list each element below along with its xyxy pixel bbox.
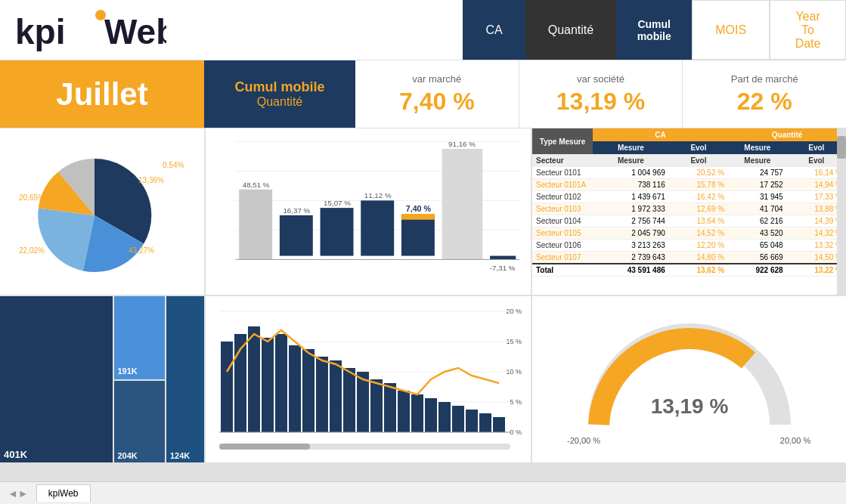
- treemap-cell-401k: 401K: [0, 296, 113, 462]
- row-ca-mesure: 2 739 643: [593, 252, 669, 264]
- scrollbar[interactable]: [837, 128, 846, 295]
- col-mesure2: Mesure: [728, 141, 786, 154]
- row-ca-evol: 12,69 %: [669, 203, 728, 215]
- total-qty-mesure: 922 628: [728, 264, 786, 277]
- footer-next-icon[interactable]: ►: [18, 487, 29, 499]
- svg-rect-17: [401, 214, 435, 220]
- ca-header: CA: [593, 128, 728, 141]
- svg-rect-10: [280, 215, 313, 256]
- svg-rect-51: [452, 406, 464, 432]
- cumul-sub: Quantité: [257, 95, 302, 109]
- svg-text:48,51 %: 48,51 %: [243, 181, 270, 189]
- summary-row: Juillet Cumul mobile Quantité var marché…: [0, 60, 846, 128]
- table-row: Secteur 0105 2 045 790 14,52 % 43 520 14…: [532, 227, 846, 240]
- treemap-label-191k: 191K: [118, 366, 138, 376]
- svg-rect-57: [219, 444, 310, 450]
- pie-label-1: 43,27%: [129, 246, 154, 255]
- svg-rect-48: [411, 394, 423, 432]
- row-secteur: Secteur 0102: [532, 191, 593, 203]
- type-mesure-header: Type Mesure: [532, 128, 593, 154]
- pie-label-3: 20,65%: [19, 193, 45, 202]
- tab-mois[interactable]: MOIS: [692, 0, 770, 60]
- col-secteur: Secteur: [532, 154, 593, 167]
- row-ca-mesure: 3 213 263: [593, 240, 669, 252]
- svg-rect-39: [289, 345, 301, 432]
- footer: ◄ ► kpiWeb: [0, 481, 846, 504]
- row-ca-evol: 14,52 %: [669, 227, 728, 240]
- svg-rect-42: [330, 360, 342, 432]
- row-ca-evol: 12,20 %: [669, 240, 728, 252]
- tab-kpiweb[interactable]: kpiWeb: [36, 484, 91, 502]
- row-ca-evol: 16,42 %: [669, 191, 728, 203]
- row-qty-mesure: 24 757: [728, 167, 786, 179]
- table-box: Type Mesure CA Quantité Mesure Evol Mesu…: [532, 128, 846, 295]
- svg-text:Web: Web: [104, 12, 166, 51]
- var-marche-label: var marché: [412, 73, 461, 85]
- table-row: Secteur 0103 1 972 333 12,69 % 41 704 13…: [532, 203, 846, 215]
- scrollbar-thumb[interactable]: [837, 136, 846, 159]
- svg-rect-14: [361, 200, 394, 255]
- svg-rect-45: [370, 379, 383, 432]
- row-ca-evol: 13,64 %: [669, 215, 728, 227]
- col-mesure: Mesure: [593, 141, 669, 154]
- var-marche-metric: var marché 7,40 %: [355, 60, 519, 128]
- row-secteur: Secteur 0103: [532, 203, 593, 215]
- footer-prev-icon[interactable]: ◄: [8, 487, 18, 499]
- svg-rect-54: [493, 417, 505, 432]
- svg-text:91,16 %: 91,16 %: [448, 140, 476, 148]
- treemap-cell-204k: 204K: [114, 381, 166, 462]
- row-qty-mesure: 65 048: [728, 240, 786, 252]
- svg-text:15,07 %: 15,07 %: [324, 199, 351, 207]
- svg-rect-50: [438, 402, 451, 432]
- part-marche-label: Part de marché: [731, 73, 798, 85]
- cumul-title: Cumul mobile: [234, 79, 324, 95]
- row-secteur: Secteur 0101: [532, 167, 593, 179]
- waterfall-chart-box: 48,51 % 16,37 % 15,07 % 11,12 % 7,40 % 9…: [206, 128, 531, 295]
- svg-text:5 %: 5 %: [510, 398, 522, 406]
- gauge-value: 13,19 %: [650, 394, 728, 418]
- row-secteur: Secteur 0106: [532, 240, 593, 252]
- tab-cumul-mobile[interactable]: Cumul mobile: [616, 0, 692, 60]
- nav-spacer: [227, 0, 463, 60]
- table-row: Secteur 0106 3 213 263 12,20 % 65 048 13…: [532, 240, 846, 252]
- row-ca-mesure: 2 045 790: [593, 227, 669, 240]
- svg-rect-49: [425, 398, 437, 432]
- svg-rect-37: [262, 338, 274, 432]
- svg-rect-46: [384, 383, 396, 432]
- row-secteur: Secteur 0107: [532, 252, 593, 264]
- data-table: Type Mesure CA Quantité Mesure Evol Mesu…: [532, 128, 846, 295]
- part-marche-value: 22 %: [737, 88, 792, 116]
- svg-rect-19: [442, 149, 483, 259]
- treemap-label-124k: 124K: [170, 451, 190, 460]
- svg-rect-16: [401, 215, 435, 256]
- nav-tabs: CA Quantité Cumul mobile MOIS Year To Da…: [463, 0, 846, 60]
- row-ca-mesure: 1 004 969: [593, 167, 669, 179]
- svg-text:-7,31 %: -7,31 %: [490, 264, 516, 272]
- pie-chart: 0,54% 13,36% 20,65% 22,02% 43,27%: [11, 136, 193, 287]
- row-ca-mesure: 2 756 744: [593, 215, 669, 227]
- table-row: Secteur 0104 2 756 744 13,64 % 62 216 14…: [532, 215, 846, 227]
- tab-ytd[interactable]: Year To Date: [770, 0, 846, 60]
- quantite-header: Quantité: [728, 128, 846, 141]
- row-secteur: Secteur 0105: [532, 227, 593, 240]
- treemap-box: 401K 191K 204K 124K: [0, 296, 204, 462]
- svg-rect-53: [479, 413, 491, 432]
- total-ca-evol: 13,62 %: [669, 264, 728, 277]
- header: kpi Web CA Quantité Cumul mobile MOIS Ye…: [0, 0, 846, 60]
- row-ca-mesure: 1 972 333: [593, 203, 669, 215]
- row-qty-mesure: 56 669: [728, 252, 786, 264]
- svg-rect-41: [316, 357, 328, 432]
- tab-ca[interactable]: CA: [463, 0, 525, 60]
- gauge-chart: 13,19 % -20,00 % 20,00 %: [561, 304, 818, 455]
- svg-text:7,40 %: 7,40 %: [406, 204, 432, 213]
- total-label: Total: [532, 264, 593, 277]
- row-ca-evol: 15,78 %: [669, 179, 728, 191]
- var-societe-label: var société: [577, 73, 624, 85]
- tab-quantite[interactable]: Quantité: [525, 0, 616, 60]
- linebar-chart: 20 % 15 % 10 % 5 % 0 %: [212, 300, 525, 459]
- waterfall-chart: 48,51 % 16,37 % 15,07 % 11,12 % 7,40 % 9…: [213, 132, 523, 291]
- svg-rect-43: [343, 368, 355, 432]
- gauge-container: 13,19 % -20,00 % 20,00 %: [540, 304, 838, 455]
- table-row: Secteur 0102 1 439 671 16,42 % 31 945 17…: [532, 191, 846, 203]
- gauge-min: -20,00 %: [566, 436, 600, 445]
